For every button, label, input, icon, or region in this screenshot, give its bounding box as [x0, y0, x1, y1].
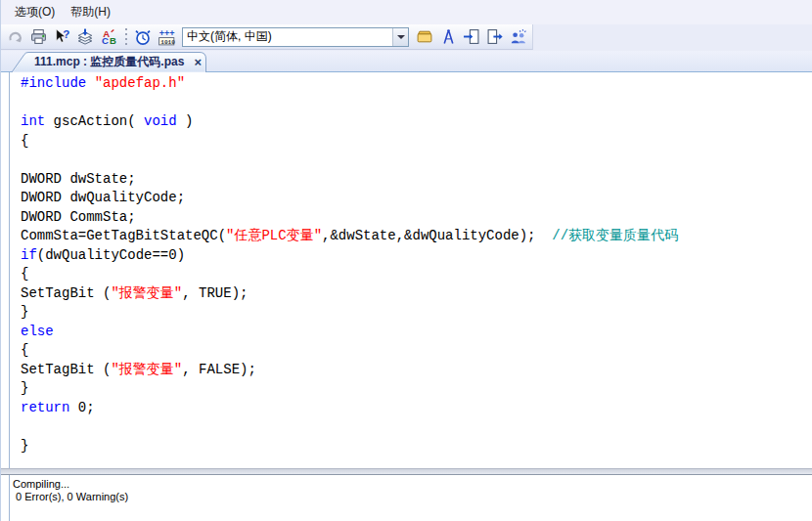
redo-icon	[7, 28, 23, 45]
editor-frame: #include "apdefap.h" int gscAction( void…	[9, 72, 812, 468]
code-line	[21, 417, 812, 437]
code-line: }	[21, 437, 812, 456]
language-select[interactable]: 中文(简体, 中国)	[182, 27, 409, 47]
tab-inner: 111.mcp : 监控质量代码.pas ×	[34, 52, 201, 71]
svg-text:1010: 1010	[160, 38, 175, 45]
code-line: SetTagBit ("报警变量", FALSE);	[21, 361, 812, 380]
export-icon	[486, 28, 504, 45]
compile-layers-icon	[76, 28, 94, 46]
svg-text:B: B	[110, 35, 116, 45]
code-editor: #include "apdefap.h" int gscAction( void…	[1, 72, 812, 468]
code-line	[21, 94, 812, 113]
code-line: else	[21, 323, 812, 342]
folder-icon	[416, 28, 433, 45]
code-line: }	[21, 303, 812, 323]
binary-format-icon: +++ 1010	[158, 28, 176, 46]
language-select-value: 中文(简体, 中国)	[183, 28, 392, 45]
clock-button[interactable]	[132, 26, 154, 48]
code-line: DWORD dwQualityCode;	[21, 189, 812, 208]
code-line	[21, 151, 812, 170]
print-icon	[30, 28, 47, 45]
tab-close-icon[interactable]: ×	[194, 56, 202, 68]
abc-check-button[interactable]: A C B	[98, 26, 119, 48]
svg-text:?: ?	[63, 28, 69, 40]
compass-button[interactable]	[437, 26, 459, 48]
code-line: return 0;	[21, 399, 812, 418]
code-line: DWORD CommSta;	[21, 208, 812, 228]
abc-check-icon: A C B	[101, 28, 117, 45]
language-select-dropdown[interactable]	[392, 28, 408, 46]
code-line: SetTagBit ("报警变量", TRUE);	[21, 284, 812, 304]
output-frame: Compiling... 0 Error(s), 0 Warning(s)	[9, 475, 812, 521]
code-line: DWORD dwState;	[21, 170, 812, 190]
menu-item-1[interactable]: 帮助(H)	[63, 1, 118, 23]
output-panel: Compiling... 0 Error(s), 0 Warning(s)	[1, 475, 812, 521]
code-line: CommSta=GetTagBitStateQC("任意PLC变量",&dwSt…	[21, 227, 812, 246]
code-line: {	[21, 265, 812, 284]
svg-text:C: C	[102, 35, 109, 45]
tabbar: 111.mcp : 监控质量代码.pas ×	[1, 51, 812, 72]
context-help-icon: ?	[54, 28, 70, 45]
code-area[interactable]: #include "apdefap.h" int gscAction( void…	[10, 72, 812, 456]
tab-label[interactable]: 111.mcp : 监控质量代码.pas	[34, 54, 184, 70]
compile-button[interactable]	[74, 26, 96, 48]
code-line: #include "apdefap.h"	[21, 74, 812, 94]
context-help-button[interactable]: ?	[51, 26, 72, 48]
users-icon	[510, 28, 527, 46]
import-button[interactable]	[461, 26, 482, 48]
print-button[interactable]	[27, 26, 49, 48]
svg-text:+++: +++	[158, 28, 174, 38]
menubar: 选项(O)帮助(H)	[1, 0, 812, 24]
import-icon	[463, 28, 480, 45]
binary-format-button[interactable]: +++ 1010	[156, 26, 177, 48]
toolbar-group: ? A C B	[1, 24, 533, 50]
chevron-down-icon	[397, 35, 405, 39]
menu-item-0[interactable]: 选项(O)	[7, 1, 63, 23]
export-button[interactable]	[484, 26, 506, 48]
code-line: int gscAction( void )	[21, 112, 812, 132]
code-line: {	[21, 341, 812, 361]
compile-status-line: Compiling...	[13, 478, 812, 491]
users-button[interactable]	[508, 26, 529, 48]
script-editor-window: 选项(O)帮助(H) ?	[0, 0, 812, 521]
toolbar-separator	[123, 28, 128, 46]
splitter-handle[interactable]	[1, 468, 812, 475]
compass-icon	[440, 28, 457, 45]
compile-result-line: 0 Error(s), 0 Warning(s)	[13, 491, 812, 503]
code-line: if(dwQualityCode==0)	[21, 246, 812, 266]
toolbar: ? A C B	[1, 24, 812, 51]
redo-button[interactable]	[4, 26, 25, 48]
code-line: }	[21, 379, 812, 399]
folder-button[interactable]	[414, 26, 435, 48]
clock-icon	[134, 28, 152, 46]
code-line: {	[21, 132, 812, 152]
tab-document[interactable]: 111.mcp : 监控质量代码.pas ×	[11, 52, 208, 72]
